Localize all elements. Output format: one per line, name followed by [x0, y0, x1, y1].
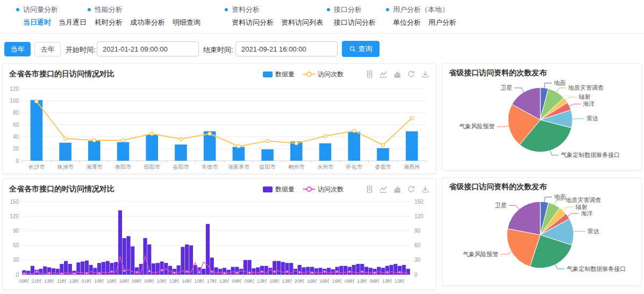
nav-group-0: 访问量分析当日逐时当月逐日	[16, 5, 87, 27]
nav-sub-link[interactable]: 接口访问分析	[334, 18, 376, 27]
nav-group-1: 性能分析耗时分析成功率分析明细查询	[88, 5, 201, 27]
svg-text:10时: 10时	[94, 278, 104, 284]
svg-text:13时: 13时	[395, 278, 405, 284]
restore-icon[interactable]	[407, 185, 416, 193]
svg-text:09时: 09时	[144, 278, 154, 284]
search-button[interactable]: 查询	[342, 41, 380, 57]
start-time-label: 开始时间:	[66, 45, 96, 55]
svg-text:08时: 08时	[369, 278, 380, 284]
svg-text:11时: 11时	[57, 278, 67, 284]
nav-group-2: 资料分析资料访问分析资料访问列表	[225, 5, 323, 27]
svg-text:16时: 16时	[332, 278, 342, 284]
last-year-button[interactable]: 去年	[34, 42, 61, 56]
svg-text:辐射: 辐射	[576, 204, 588, 210]
save-image-icon[interactable]	[421, 185, 430, 193]
svg-text:40: 40	[13, 134, 19, 140]
nav-bullet-icon	[225, 8, 228, 11]
nav-group-title: 接口分析	[327, 5, 376, 15]
nav-sub-link[interactable]: 耗时分析	[95, 18, 123, 27]
svg-text:09时: 09时	[19, 278, 29, 284]
svg-text:60: 60	[13, 242, 19, 248]
restore-icon[interactable]	[407, 70, 416, 78]
svg-text:岳阳市: 岳阳市	[172, 164, 189, 170]
hourly-chart-legend: 数据量访问次数	[263, 185, 344, 194]
legend-item[interactable]: 访问次数	[303, 185, 344, 194]
svg-text:30: 30	[13, 257, 19, 263]
svg-text:60: 60	[13, 122, 19, 128]
nav-sub-link[interactable]: 当月逐日	[59, 18, 87, 27]
svg-text:120: 120	[10, 213, 19, 219]
svg-text:90: 90	[414, 228, 421, 234]
svg-text:怀化市: 怀化市	[346, 164, 363, 170]
svg-text:13时: 13时	[69, 278, 79, 284]
nav-sub-link[interactable]: 当日逐时	[23, 18, 51, 27]
legend-label: 数据量	[275, 70, 295, 79]
nav-sub-link[interactable]: 资料访问列表	[281, 18, 323, 27]
nav-sub-link[interactable]: 明细查询	[173, 18, 201, 27]
nav-group-title: 用户分析（本地）	[386, 5, 456, 15]
svg-text:卫星: 卫星	[500, 84, 512, 91]
svg-text:13时: 13时	[382, 278, 392, 284]
daily-bar-line-chart: 020406080100120长沙市株洲市湘潭市衡阳市邵阳市岳阳市常德市张家界市…	[3, 80, 436, 176]
svg-text:邵阳市: 邵阳市	[144, 164, 161, 170]
line-legend-swatch	[303, 71, 315, 77]
svg-text:10时: 10时	[194, 278, 204, 284]
svg-text:120: 120	[414, 213, 424, 219]
nav-sub-link[interactable]: 用户分析	[428, 18, 456, 27]
svg-text:13时: 13时	[257, 278, 267, 284]
svg-text:19时: 19时	[106, 278, 117, 284]
province-pie-card-2: 省级接口访问资料的次数发布 地面地质灾害调查辐射海洋雷达气象定制数据服务接口气象…	[442, 177, 642, 286]
dashboard: 访问量分析当日逐时当月逐日性能分析耗时分析成功率分析明细查询资料分析资料访问分析…	[0, 0, 644, 294]
daily-access-chart-card: 全省各市接口的日访问情况对比 数据量访问次数 020406080100120长沙…	[2, 63, 437, 174]
pie2-title: 省级接口访问资料的次数发布	[442, 178, 641, 192]
legend-item[interactable]: 数据量	[263, 185, 295, 194]
legend-item[interactable]: 数据量	[263, 70, 295, 79]
svg-text:17时: 17时	[207, 278, 217, 284]
bar-legend-swatch	[263, 71, 273, 77]
svg-text:张家界市: 张家界市	[228, 164, 250, 170]
svg-text:13时: 13时	[282, 278, 292, 284]
daily-chart-toolbox	[365, 70, 430, 78]
legend-label: 访问次数	[318, 185, 344, 194]
nav-sub-link[interactable]: 单位分析	[393, 18, 421, 27]
search-icon	[349, 46, 356, 52]
bar-chart-toggle-icon[interactable]	[393, 185, 402, 193]
province-pie-chart-2: 地面地质灾害调查辐射海洋雷达气象定制数据服务接口气象风险预警卫星	[442, 192, 641, 283]
start-time-input[interactable]	[97, 41, 199, 56]
bar-chart-toggle-icon[interactable]	[393, 70, 402, 78]
top-nav: 访问量分析当日逐时当月逐日性能分析耗时分析成功率分析明细查询资料分析资料访问分析…	[0, 0, 644, 34]
nav-group-title: 性能分析	[88, 5, 201, 15]
svg-text:地质灾害调查: 地质灾害调查	[568, 84, 604, 91]
legend-item[interactable]: 访问次数	[303, 70, 344, 79]
svg-text:13时: 13时	[357, 278, 367, 284]
svg-text:0: 0	[16, 272, 19, 278]
nav-sub-link[interactable]: 资料访问分析	[232, 18, 274, 27]
hourly-access-chart-card: 全省各市接口的时访问情况对比 数据量访问次数 00303060609090120…	[2, 178, 437, 290]
data-view-icon[interactable]	[365, 185, 374, 193]
svg-text:辐射: 辐射	[579, 94, 591, 100]
legend-label: 访问次数	[318, 70, 344, 79]
svg-text:08时: 08时	[232, 278, 242, 284]
line-chart-toggle-icon[interactable]	[379, 70, 388, 78]
svg-text:湘西州: 湘西州	[404, 164, 420, 170]
nav-bullet-icon	[386, 8, 389, 11]
svg-text:郴州市: 郴州市	[288, 164, 305, 170]
nav-bullet-icon	[16, 8, 19, 11]
save-image-icon[interactable]	[421, 70, 430, 78]
line-legend-swatch	[303, 187, 315, 192]
svg-text:150: 150	[10, 199, 19, 205]
nav-group-4: 用户分析（本地）单位分析用户分析	[386, 5, 456, 27]
svg-text:30: 30	[414, 257, 421, 263]
line-chart-toggle-icon[interactable]	[379, 185, 388, 193]
nav-sub-link[interactable]: 成功率分析	[130, 18, 165, 27]
svg-text:08时: 08时	[132, 278, 142, 284]
svg-text:01时: 01时	[82, 278, 92, 284]
current-year-button[interactable]: 当年	[4, 42, 31, 56]
svg-text:08时: 08时	[345, 278, 355, 284]
filter-bar: 当年 去年 开始时间: 结束时间: 查询	[0, 40, 644, 60]
svg-text:13时: 13时	[44, 278, 54, 284]
svg-text:15时: 15时	[269, 278, 280, 284]
svg-text:雷达: 雷达	[586, 115, 598, 121]
end-time-input[interactable]	[235, 41, 338, 56]
data-view-icon[interactable]	[365, 70, 374, 78]
